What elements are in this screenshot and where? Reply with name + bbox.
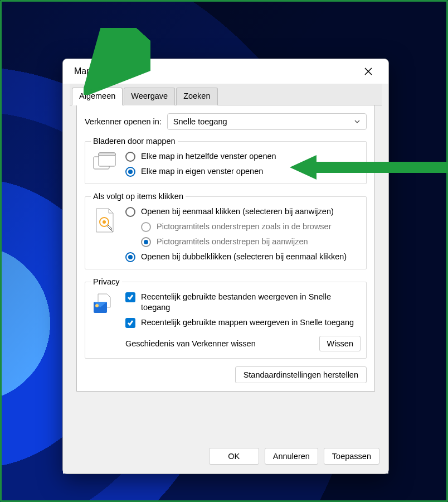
- svg-point-4: [103, 220, 106, 224]
- close-icon: [364, 67, 372, 75]
- folder-options-dialog: Mapopties Algemeen Weergave Zoeken Verke…: [62, 59, 389, 474]
- group-privacy-legend: Privacy: [91, 277, 122, 286]
- group-click-items: Als volgt op items klikken: [85, 192, 367, 269]
- tab-zoeken[interactable]: Zoeken: [176, 88, 217, 105]
- group-browse-folders: Bladeren door mappen Elke map in hetzelf…: [85, 137, 367, 184]
- group-click-legend: Als volgt op items klikken: [91, 192, 186, 201]
- radio-single-click-label: Openen bij eenmaal klikken (selecteren b…: [141, 206, 334, 217]
- radio-icon: [125, 152, 135, 162]
- radio-underline-point: Pictogramtitels onderstrepen bij aanwijz…: [141, 236, 361, 247]
- check-recent-files[interactable]: Recentelijk gebruikte bestanden weergeve…: [125, 292, 361, 313]
- open-explorer-row: Verkenner openen in: Snelle toegang: [85, 113, 367, 130]
- chevron-down-icon: [354, 118, 361, 125]
- tab-algemeen[interactable]: Algemeen: [72, 88, 123, 105]
- radio-underline-browser: Pictogramtitels onderstrepen zoals in de…: [141, 221, 361, 232]
- tab-weergave[interactable]: Weergave: [124, 88, 175, 105]
- svg-rect-2: [99, 153, 115, 156]
- check-recent-files-label: Recentelijk gebruikte bestanden weergeve…: [141, 292, 361, 313]
- group-privacy: Privacy: [85, 277, 367, 359]
- svg-point-6: [95, 304, 99, 307]
- cancel-button[interactable]: Annuleren: [265, 448, 318, 465]
- open-explorer-value: Snelle toegang: [173, 117, 227, 126]
- open-explorer-combo[interactable]: Snelle toegang: [167, 113, 367, 130]
- dialog-footer: OK Annuleren Toepassen: [63, 441, 388, 474]
- open-explorer-label: Verkenner openen in:: [85, 117, 162, 126]
- tab-bar: Algemeen Weergave Zoeken: [70, 84, 382, 105]
- checkbox-checked-icon: [125, 318, 135, 328]
- radio-own-window-label: Elke map in eigen venster openen: [141, 166, 263, 177]
- clear-history-button[interactable]: Wissen: [319, 336, 361, 351]
- radio-double-click-label: Openen bij dubbelklikken (selecteren bij…: [141, 252, 347, 262]
- radio-double-click[interactable]: Openen bij dubbelklikken (selecteren bij…: [125, 252, 361, 262]
- radio-icon-selected: [125, 167, 135, 177]
- privacy-icon: [91, 292, 119, 315]
- radio-same-window-label: Elke map in hetzelfde venster openen: [141, 151, 276, 162]
- history-label: Geschiedenis van Verkenner wissen: [125, 339, 256, 348]
- tab-panel-algemeen: Verkenner openen in: Snelle toegang Blad…: [76, 105, 375, 392]
- dialog-title: Mapopties: [74, 66, 115, 76]
- radio-same-window[interactable]: Elke map in hetzelfde venster openen: [125, 151, 361, 162]
- check-recent-folders[interactable]: Recentelijk gebruikte mappen weergeven i…: [125, 317, 361, 328]
- history-clear-row: Geschiedenis van Verkenner wissen Wissen: [125, 336, 361, 351]
- radio-icon-disabled-selected: [141, 237, 151, 247]
- close-button[interactable]: [356, 63, 381, 80]
- checkbox-checked-icon: [125, 292, 135, 302]
- radio-own-window[interactable]: Elke map in eigen venster openen: [125, 166, 361, 177]
- restore-defaults-button[interactable]: Standaardinstellingen herstellen: [235, 366, 367, 383]
- radio-icon-disabled: [141, 222, 151, 232]
- group-browse-legend: Bladeren door mappen: [91, 137, 178, 146]
- titlebar: Mapopties: [63, 59, 388, 84]
- page-click-icon: [91, 206, 119, 234]
- radio-icon-selected: [125, 252, 135, 262]
- apply-button[interactable]: Toepassen: [324, 448, 379, 465]
- radio-single-click[interactable]: Openen bij eenmaal klikken (selecteren b…: [125, 206, 361, 217]
- tabs-area: Algemeen Weergave Zoeken Verkenner opene…: [63, 84, 388, 392]
- windows-icon: [91, 151, 119, 172]
- check-recent-folders-label: Recentelijk gebruikte mappen weergeven i…: [141, 317, 354, 328]
- radio-underline-browser-label: Pictogramtitels onderstrepen zoals in de…: [157, 221, 332, 232]
- radio-icon: [125, 207, 135, 217]
- ok-button[interactable]: OK: [209, 448, 259, 465]
- radio-underline-point-label: Pictogramtitels onderstrepen bij aanwijz…: [157, 236, 308, 247]
